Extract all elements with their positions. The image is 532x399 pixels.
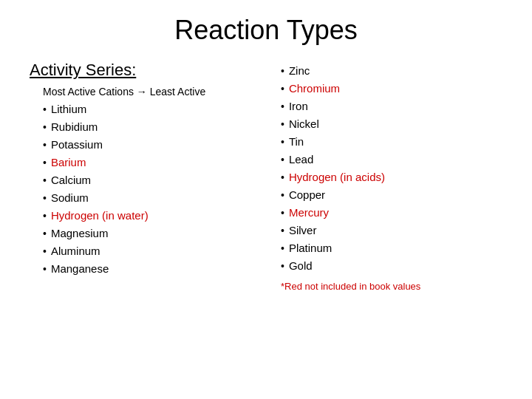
list-item: Chromium: [281, 80, 502, 98]
page-title: Reaction Types: [30, 15, 502, 46]
list-item: Lithium: [43, 100, 251, 118]
list-item: Potassium: [43, 136, 251, 154]
list-item: Nickel: [281, 115, 502, 133]
list-item: Copper: [281, 186, 502, 204]
list-item: Mercury: [281, 204, 502, 222]
list-item: Hydrogen (in water): [43, 207, 251, 225]
subtitle: Most Active Cations → Least Active: [30, 86, 251, 98]
right-list: ZincChromiumIronNickelTinLeadHydrogen (i…: [281, 62, 502, 275]
list-item: Platinum: [281, 239, 502, 257]
content-area: Activity Series: Most Active Cations → L…: [30, 61, 502, 384]
list-item: Zinc: [281, 62, 502, 80]
right-column: ZincChromiumIronNickelTinLeadHydrogen (i…: [273, 61, 502, 384]
left-column: Activity Series: Most Active Cations → L…: [30, 61, 259, 384]
list-item: Barium: [43, 154, 251, 171]
list-item: Calcium: [43, 171, 251, 189]
list-item: Lead: [281, 151, 502, 168]
page: Reaction Types Activity Series: Most Act…: [0, 0, 532, 399]
footnote: *Red not included in book values: [281, 281, 502, 292]
list-item: Sodium: [43, 189, 251, 207]
list-item: Tin: [281, 133, 502, 151]
section-title: Activity Series:: [30, 61, 251, 80]
list-item: Manganese: [43, 260, 251, 278]
list-item: Hydrogen (in acids): [281, 168, 502, 186]
list-item: Silver: [281, 222, 502, 239]
list-item: Rubidium: [43, 118, 251, 136]
list-item: Gold: [281, 257, 502, 275]
list-item: Iron: [281, 98, 502, 115]
list-item: Aluminum: [43, 242, 251, 260]
left-list: LithiumRubidiumPotassiumBariumCalciumSod…: [30, 100, 251, 278]
list-item: Magnesium: [43, 225, 251, 242]
